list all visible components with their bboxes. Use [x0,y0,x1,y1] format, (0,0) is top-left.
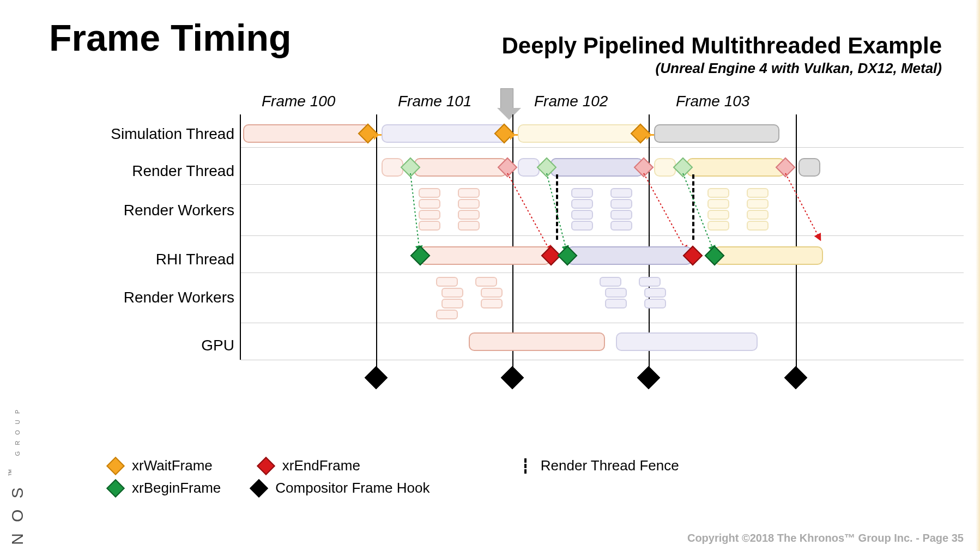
render-bar-f101 [551,158,643,177]
compositor-hook-icon [784,366,807,389]
worker-task [605,288,627,298]
worker-task [644,299,666,308]
legend-begin: xrBeginFrame [132,480,221,496]
worker-task [605,299,627,308]
xrwaitframe-icon [106,457,125,475]
worker-task [610,210,632,220]
frame-label-100: Frame 100 [262,93,335,110]
render-bar-f100 [414,158,507,177]
render-fence-icon [556,174,558,240]
row-label-gpu: GPU [87,337,240,354]
page-subtitle-detail: (Unreal Engine 4 with Vulkan, DX12, Meta… [501,60,942,77]
row-label-rhi: RHI Thread [87,251,240,268]
worker-task [481,288,503,298]
worker-task [419,210,440,220]
copyright-text: Copyright ©2018 The Khronos™ Group Inc. … [687,532,964,544]
sim-bar-f101 [382,124,507,143]
legend-hook: Compositor Frame Hook [275,480,429,496]
worker-task [639,277,661,287]
worker-task [707,210,729,220]
worker-task [571,210,593,220]
worker-task [419,221,440,231]
xrbeginframe-icon [106,479,125,498]
worker-task [747,199,769,209]
worker-task [436,310,458,319]
render-fence-icon [692,174,694,240]
gpu-bar-f100 [469,332,605,351]
worker-task [707,188,729,198]
gpu-bar-f101 [616,332,758,351]
compositor-hook-icon [501,366,524,389]
worker-task [610,199,632,209]
edge-gradient [976,0,980,551]
row-label-render: Render Thread [87,162,240,180]
arrow-icon [644,134,654,136]
worker-task [441,288,463,298]
xrendframe-icon [257,457,275,475]
sim-bar-f102 [518,124,643,143]
worker-task [458,188,480,198]
svg-line-1 [507,173,551,252]
rhi-bar-f100 [420,246,551,265]
rhi-bar-f101 [567,246,692,265]
frame-label-101: Frame 101 [398,93,471,110]
arrow-icon [372,134,382,136]
worker-task [707,221,729,231]
worker-task [571,221,593,231]
frame-label-102: Frame 102 [534,93,608,110]
legend-wait: xrWaitFrame [132,457,213,474]
worker-task [458,199,480,209]
row-label-workers1: Render Workers [87,202,240,219]
worker-task [436,277,458,287]
compositor-hook-icon [637,366,660,389]
render-prep-f103 [798,158,820,177]
worker-task [458,221,480,231]
worker-task [475,277,497,287]
brand-sublabel: G R O U P [15,408,21,456]
worker-task [419,188,440,198]
brand-name-part2: N O S [9,484,27,545]
svg-line-5 [785,173,820,240]
worker-task [644,288,666,298]
brand-tm: ™ [7,469,16,476]
worker-task [610,221,632,231]
worker-task [458,210,480,220]
worker-task [707,199,729,209]
worker-task [747,210,769,220]
frame-label-103: Frame 103 [676,93,749,110]
legend: xrWaitFrame xrEndFrame Render Thread Fen… [109,457,679,502]
worker-task [747,221,769,231]
compositor-hook-icon [365,366,388,389]
row-label-sim: Simulation Thread [87,125,240,143]
sim-bar-f103 [654,124,779,143]
arrow-icon [508,134,518,136]
row-label-workers2: Render Workers [87,289,240,306]
compositor-hook-icon [250,479,268,498]
worker-task [441,299,463,308]
svg-line-3 [644,173,687,252]
worker-task [600,277,621,287]
legend-end: xrEndFrame [282,457,380,474]
page-subtitle: Deeply Pipelined Multithreaded Example [501,33,942,59]
worker-task [747,188,769,198]
worker-task [610,188,632,198]
worker-task [571,188,593,198]
worker-task [571,199,593,209]
sim-bar-f100 [243,124,371,143]
timeline-chart: Frame 100 Frame 101 Frame 102 Frame 103 … [87,93,964,398]
worker-task [481,299,503,308]
worker-task [419,199,440,209]
render-fence-icon [524,458,527,474]
legend-fence: Render Thread Fence [541,457,679,474]
render-bar-f102 [687,158,785,177]
rhi-bar-f102 [714,246,823,265]
brand-sidebar: K H R N O S ™ G R O U P [0,0,35,551]
